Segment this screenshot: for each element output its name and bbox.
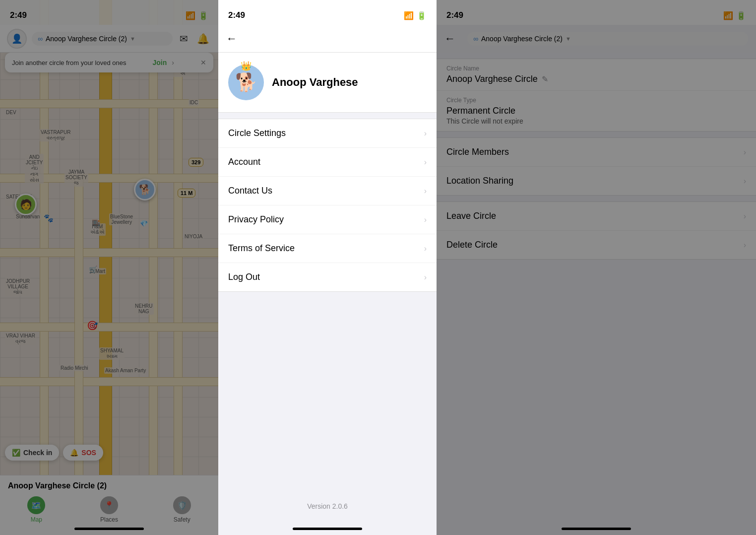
road-h-3 [0, 248, 218, 257]
menu-item-logout[interactable]: Log Out › [218, 263, 437, 291]
menu-chevron-circle-settings: › [424, 129, 427, 138]
map-jewel-icon: 💎 [140, 220, 148, 227]
map-wifi-icon: 📶 [186, 11, 195, 20]
menu-status-icons: 📶 🔋 [404, 11, 427, 20]
menu-item-contact-us[interactable]: Contact Us › [218, 177, 437, 205]
map-bottom-bar: Anoop Varghese Circle (2) 🗺️ Map 📍 Place… [0, 475, 218, 535]
menu-chevron-logout: › [424, 273, 427, 282]
circle-name-label: Circle Name [446, 65, 746, 72]
leave-circle-label: Leave Circle [446, 211, 496, 221]
checkin-button[interactable]: ✅ Check in [5, 445, 59, 461]
map-label-idc: IDC [189, 99, 199, 106]
map-home-indicator [74, 528, 144, 530]
circle-name-value: Anoop Varghese Circle ✎ [446, 74, 746, 84]
menu-item-account[interactable]: Account › [218, 148, 437, 177]
map-label-shyamal: SHYAMALશ્યામ [99, 347, 125, 360]
alert-icon[interactable]: 🔔 [195, 31, 211, 47]
join-button[interactable]: Join [153, 59, 167, 67]
notification-text: Join another circle from your loved ones [12, 59, 126, 67]
map-battery-icon: 🔋 [198, 11, 208, 20]
circle-title: Anoop Varghese Circle (2) [0, 475, 218, 492]
circle-name-text: Anoop Varghese Circle [446, 74, 538, 84]
settings-panel: 2:49 📶 🔋 ← ∞ Anoop Varghese Circle (2) ▼… [437, 0, 756, 535]
map-actions: ✅ Check in 🔔 SOS [5, 445, 103, 461]
back-button[interactable]: ← [226, 32, 237, 45]
circle-type-text: Permanent Circle [446, 106, 515, 116]
menu-section: Circle Settings › Account › Contact Us ›… [218, 119, 437, 292]
menu-item-logout-label: Log Out [228, 272, 260, 282]
map-dmart-icon: 🛒 [89, 266, 97, 273]
crown-badge: 👑 [241, 61, 252, 71]
mail-icon[interactable]: ✉ [178, 31, 190, 47]
circle-members-item[interactable]: Circle Members › [437, 138, 756, 167]
location-sharing-item[interactable]: Location Sharing › [437, 167, 756, 195]
menu-chevron-account: › [424, 158, 427, 167]
notification-actions: Join › [153, 59, 174, 67]
sos-button[interactable]: 🔔 SOS [63, 445, 103, 461]
menu-item-circle-settings[interactable]: Circle Settings › [218, 119, 437, 148]
map-store-icon: 🏬 [92, 218, 100, 226]
circle-info-card: Circle Name Anoop Varghese Circle ✎ Circ… [437, 59, 756, 132]
menu-item-terms-label: Terms of Service [228, 243, 295, 254]
safety-tab-label: Safety [174, 516, 190, 523]
edit-circle-name-icon[interactable]: ✎ [542, 74, 548, 84]
leave-circle-item[interactable]: Leave Circle › [437, 202, 756, 231]
circle-type-label: Circle Type [446, 97, 746, 104]
settings-back-button[interactable]: ← [444, 32, 455, 45]
location-sharing-chevron: › [744, 177, 746, 186]
map-tab-label: Map [31, 516, 42, 523]
settings-topbar: ← ∞ Anoop Varghese Circle (2) ▼ [437, 25, 756, 53]
map-label-radiomirchi: Radio Mirchi [60, 365, 89, 371]
tab-map[interactable]: 🗺️ Map [0, 496, 73, 523]
map-topbar: 👤 ∞ Anoop Varghese Circle (2) ▼ ✉ 🔔 [0, 25, 218, 53]
road-h-4 [0, 323, 218, 332]
circle-name: Anoop Varghese Circle (2) [46, 35, 127, 43]
road-v-2 [149, 0, 158, 535]
menu-chevron-privacy: › [424, 215, 427, 224]
circle-selector[interactable]: ∞ Anoop Varghese Circle (2) ▼ [32, 32, 173, 46]
user-avatar-button[interactable]: 👤 [7, 29, 27, 49]
map-label-jayma: JAYMASOCIETYજ [64, 169, 88, 187]
menu-item-account-label: Account [228, 157, 260, 167]
delete-circle-chevron: › [744, 241, 746, 250]
menu-item-contact-us-label: Contact Us [228, 186, 272, 196]
map-status-icons: 📶 🔋 [186, 11, 208, 20]
danger-actions-card: Leave Circle › Delete Circle › [437, 201, 756, 260]
map-panel: GURUKUL DEV VASTRAPURવસ્ત્રાપૂર ANDJCIET… [0, 0, 218, 535]
tab-safety[interactable]: 🛡️ Safety [145, 496, 218, 523]
map-label-niyoja: NIYOJA [184, 233, 203, 240]
menu-item-terms[interactable]: Terms of Service › [218, 234, 437, 263]
settings-circle-selector[interactable]: ∞ Anoop Varghese Circle (2) ▼ [467, 32, 748, 46]
circle-members-chevron: › [744, 148, 746, 157]
profile-name: Anoop Varghese [272, 76, 358, 89]
menu-panel: 2:49 📶 🔋 ← 👑 🐕 Anoop Varghese Circle Set… [218, 0, 437, 535]
map-label-jodhpur: JODHPURVILLAGEજોધ [5, 278, 31, 296]
menu-item-circle-settings-label: Circle Settings [228, 128, 286, 138]
notification-banner: Join another circle from your loved ones… [5, 53, 213, 72]
settings-status-bar: 2:49 📶 🔋 [437, 0, 756, 25]
map-status-bar: 2:49 📶 🔋 [0, 0, 218, 25]
checkin-icon: ✅ [12, 449, 20, 457]
menu-chevron-contact: › [424, 187, 427, 196]
settings-time: 2:49 [446, 10, 463, 20]
settings-circle-chevron: ▼ [566, 36, 571, 42]
menu-item-privacy-label: Privacy Policy [228, 214, 284, 225]
delete-circle-item[interactable]: Delete Circle › [437, 231, 756, 259]
menu-home-indicator [293, 528, 362, 530]
menu-status-bar: 2:49 📶 🔋 [218, 0, 437, 25]
settings-circle-name: Anoop Varghese Circle (2) [481, 35, 563, 43]
tab-places[interactable]: 📍 Places [73, 496, 146, 523]
map-member-avatar-person: 🧑 [15, 194, 37, 215]
sos-bell-icon: 🔔 [70, 449, 78, 457]
menu-item-privacy-policy[interactable]: Privacy Policy › [218, 205, 437, 234]
road-h-5 [0, 377, 218, 386]
menu-battery-icon: 🔋 [417, 11, 427, 20]
close-notification-button[interactable]: ✕ [200, 59, 206, 67]
sos-label: SOS [81, 449, 96, 457]
right-arrow-icon: › [172, 59, 174, 67]
location-sharing-label: Location Sharing [446, 176, 513, 186]
road-h-1 [0, 99, 218, 108]
road-number-badge: 329 [189, 158, 203, 167]
menu-topbar: ← [218, 25, 437, 53]
avatar-icon: 👤 [11, 33, 22, 44]
